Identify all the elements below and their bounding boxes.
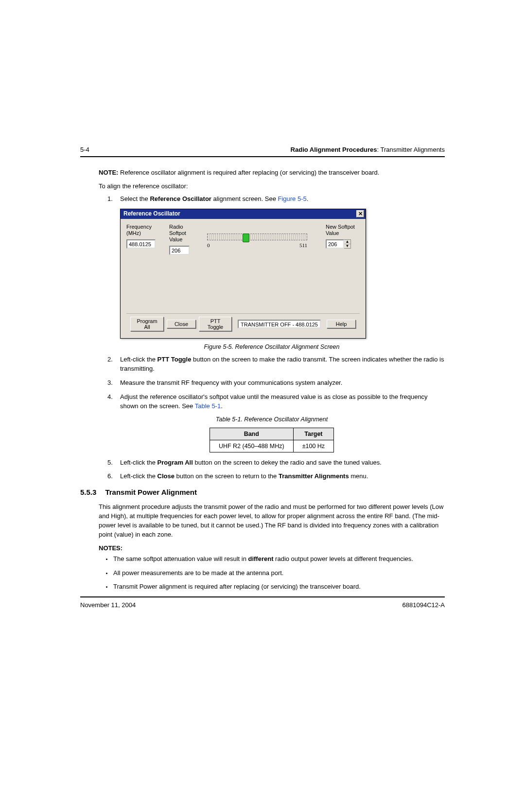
- section-title: Transmit Power Alignment: [105, 488, 197, 496]
- dialog-title-text: Reference Oscillator: [123, 210, 180, 217]
- notes-heading: NOTES:: [99, 544, 445, 552]
- table-row: UHF R2 (450–488 MHz) ±100 Hz: [210, 440, 333, 452]
- footer-date: November 11, 2004: [80, 601, 136, 609]
- section-body: This alignment procedure adjusts the tra…: [99, 503, 445, 539]
- table-header-target: Target: [293, 428, 333, 440]
- step-6: 6. Left-click the Close button on the sc…: [111, 472, 445, 481]
- figure-link[interactable]: Figure 5-5: [278, 195, 306, 202]
- page-number: 5-4: [80, 146, 89, 153]
- step-3: 3. Measure the transmit RF frequency wit…: [111, 379, 445, 388]
- reference-oscillator-table: Band Target UHF R2 (450–488 MHz) ±100 Hz: [210, 428, 334, 452]
- section-number: 5.5.3: [80, 488, 96, 496]
- bullet-2: All power measurements are to be made at…: [112, 569, 445, 578]
- new-softpot-input[interactable]: [326, 239, 344, 249]
- reference-oscillator-dialog: Reference Oscillator ✕ Frequency (MHz) R…: [120, 209, 445, 339]
- slider-max-label: 511: [299, 242, 307, 248]
- table-caption: Table 5-1. Reference Oscillator Alignmen…: [99, 416, 445, 423]
- radio-softpot-input[interactable]: [169, 246, 190, 255]
- frequency-input[interactable]: [126, 239, 156, 249]
- radio-softpot-label: Radio Softpot Value: [169, 224, 198, 243]
- header-rule: [80, 156, 445, 157]
- spinner-down-icon[interactable]: ▼: [344, 244, 350, 248]
- bullet-3: Transmit Power alignment is required aft…: [112, 582, 445, 592]
- figure-caption: Figure 5-5. Reference Oscillator Alignme…: [99, 343, 445, 350]
- bullet-1: The same softpot attenuation value will …: [112, 555, 445, 564]
- new-softpot-label: New Softpot Value: [326, 224, 360, 236]
- footer-doc-number: 6881094C12-A: [402, 601, 445, 609]
- close-icon[interactable]: ✕: [356, 210, 364, 217]
- header-section: Radio Alignment Procedures: Transmitter …: [291, 146, 445, 153]
- transmitter-status: TRANSMITTER OFF - 488.0125: [238, 320, 321, 328]
- step-5: 5. Left-click the Program All button on …: [111, 458, 445, 468]
- ptt-toggle-button[interactable]: PTT Toggle: [199, 317, 232, 331]
- step-4: 4. Adjust the reference oscillator's sof…: [111, 393, 445, 411]
- program-all-button[interactable]: Program All: [130, 317, 164, 331]
- step-2: 2. Left-click the PTT Toggle button on t…: [111, 355, 445, 374]
- step-1: 1. Select the Reference Oscillator align…: [111, 195, 445, 204]
- dialog-titlebar: Reference Oscillator ✕: [121, 209, 366, 219]
- help-button[interactable]: Help: [327, 320, 356, 328]
- slider-thumb[interactable]: [243, 234, 249, 242]
- footer-rule: [80, 596, 445, 597]
- frequency-label: Frequency (MHz): [126, 224, 160, 236]
- table-header-band: Band: [210, 428, 293, 440]
- note-paragraph: NOTE: Reference oscillator alignment is …: [99, 169, 445, 176]
- intro-text: To align the reference oscillator:: [99, 182, 445, 190]
- close-button[interactable]: Close: [167, 320, 196, 328]
- slider-min-label: 0: [207, 242, 210, 248]
- softpot-slider[interactable]: 0 511: [207, 234, 307, 248]
- table-link[interactable]: Table 5-1: [195, 402, 221, 410]
